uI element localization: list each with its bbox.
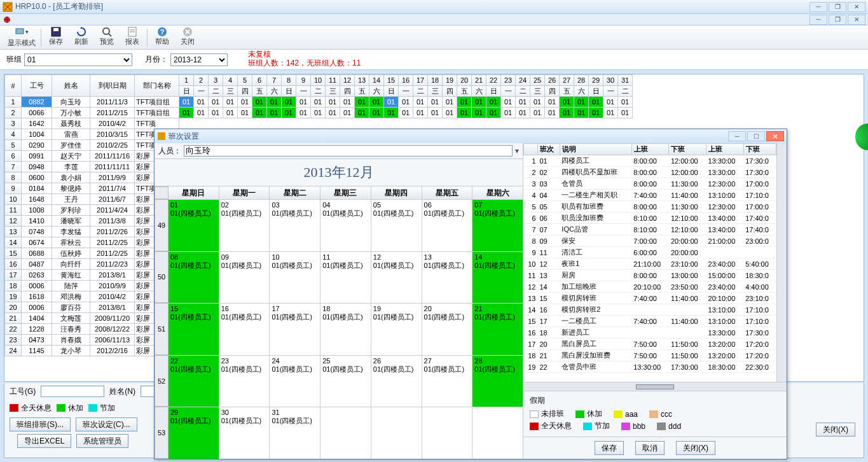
help-button[interactable]: ?帮助 xyxy=(150,27,174,48)
app-title: HRP10.0 - [员工考勤排班] xyxy=(15,1,809,12)
mdi-restore-button[interactable]: ❐ xyxy=(829,15,846,25)
dialog-title: 班次设置 xyxy=(169,131,728,142)
filter-row: 班组 01 月份： 2013-12 未复核 班组人数：142，无班组人数：11 xyxy=(0,50,868,70)
display-mode-button[interactable]: ▾ 显示模式 xyxy=(5,27,38,48)
id-label: 工号(G) xyxy=(10,386,36,397)
person-input[interactable] xyxy=(184,145,513,157)
toolbar-close-button[interactable]: 关闭 xyxy=(176,27,200,48)
group-label: 班组 xyxy=(6,54,22,65)
dialog-icon xyxy=(157,132,166,141)
main-toolbar: ▾ 显示模式 保存 刷新 预览 报表 ?帮助 关闭 xyxy=(0,25,868,50)
svg-text:?: ? xyxy=(160,28,165,36)
close-button[interactable]: ✕ xyxy=(848,2,865,12)
menubar-shelf: ─ ❐ ✕ xyxy=(0,14,868,25)
month-select[interactable]: 2013-12 xyxy=(170,53,228,66)
dialog-titlebar: 班次设置 ─ ☐ ✕ xyxy=(155,129,787,143)
shift-scrollbar[interactable] xyxy=(776,143,787,382)
dlg-minimize-button[interactable]: ─ xyxy=(728,131,746,141)
display-mode-label: 显示模式 xyxy=(8,38,36,48)
name-label: 姓名(N) xyxy=(109,386,135,397)
mdi-close-button[interactable]: ✕ xyxy=(848,15,865,25)
mdi-minimize-button[interactable]: ─ xyxy=(809,15,827,25)
export-excel-button[interactable]: 导出EXCEL xyxy=(17,434,71,448)
main-titlebar: HRP10.0 - [员工考勤排班] ─ ❐ ✕ xyxy=(0,0,868,14)
dlg-save-button[interactable]: 保存 xyxy=(595,441,624,455)
dlg-close2-button[interactable]: 关闭(X) xyxy=(676,441,715,455)
dialog-legend: 假期 未排班 休加 aaa ccc 全天休息 节加 bbb ddd xyxy=(523,391,787,437)
id-input[interactable] xyxy=(41,386,104,397)
save-button[interactable]: 保存 xyxy=(44,27,68,48)
person-dropdown-icon[interactable]: ▾ xyxy=(515,146,519,155)
dlg-cancel-button[interactable]: 取消 xyxy=(635,441,665,455)
group-shift-button[interactable]: 班组排班(S)... xyxy=(10,417,71,431)
calendar-grid[interactable]: 星期日星期一星期二星期三星期四星期五星期六0101(四楼员工)0201(四楼员工… xyxy=(169,186,523,459)
sysadmin-button[interactable]: 系统管理员 xyxy=(76,434,128,448)
svg-rect-13 xyxy=(158,132,165,140)
svg-point-5 xyxy=(103,28,109,34)
calendar-title: 2013年12月 xyxy=(155,159,523,186)
restore-button[interactable]: ❐ xyxy=(829,2,846,12)
svg-rect-4 xyxy=(53,28,59,31)
refresh-button[interactable]: 刷新 xyxy=(69,27,93,48)
report-button[interactable]: 报表 xyxy=(120,27,144,48)
shift-set-button[interactable]: 班次设定(C)... xyxy=(76,417,137,431)
status-text: 未复核 班组人数：142，无班组人数：11 xyxy=(248,50,361,67)
horiz-scrollbar[interactable] xyxy=(523,382,787,391)
app-icon xyxy=(3,2,13,12)
minimize-button[interactable]: ─ xyxy=(809,2,827,12)
dlg-maximize-button[interactable]: ☐ xyxy=(747,131,765,141)
svg-rect-2 xyxy=(16,29,24,34)
main-close-button[interactable]: 关闭(X) xyxy=(816,423,855,437)
shift-dialog: 班次设置 ─ ☐ ✕ 人员： ▾ 2013年12月 4950515253 星期日… xyxy=(154,129,787,459)
month-label: 月份： xyxy=(145,54,168,65)
svg-line-6 xyxy=(109,34,111,36)
person-label: 人员： xyxy=(158,146,181,157)
dlg-close-button[interactable]: ✕ xyxy=(766,131,784,141)
group-select[interactable]: 01 xyxy=(24,53,132,66)
preview-button[interactable]: 预览 xyxy=(95,27,119,48)
bug-icon xyxy=(3,15,11,24)
shift-list[interactable]: 班次说明上班下班上班下班101四楼员工8:00:0012:00:0013:30:… xyxy=(523,143,776,373)
